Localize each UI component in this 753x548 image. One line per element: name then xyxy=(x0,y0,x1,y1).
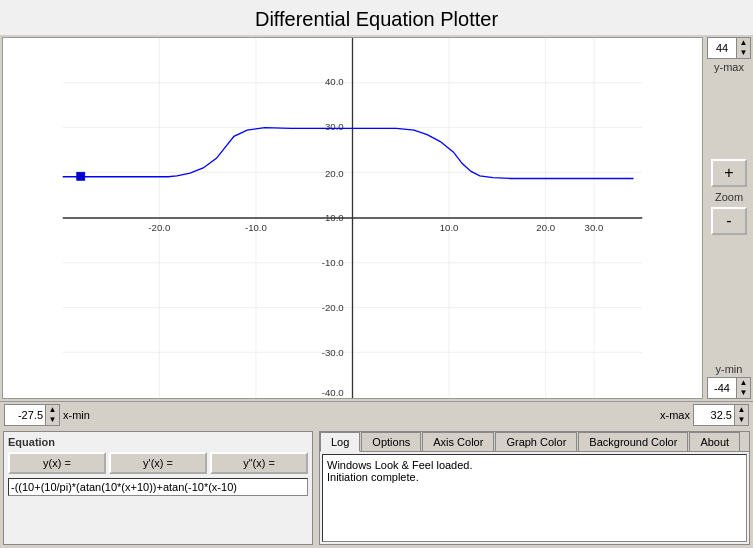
tab-axis-color[interactable]: Axis Color xyxy=(422,432,494,451)
svg-text:20.0: 20.0 xyxy=(536,222,555,233)
tab-bar: Log Options Axis Color Graph Color Backg… xyxy=(320,432,749,452)
x-max-increment[interactable]: ▲ xyxy=(734,405,748,415)
svg-text:20.0: 20.0 xyxy=(325,168,344,179)
x-min-area: ▲ ▼ x-min xyxy=(4,404,90,426)
x-min-decrement[interactable]: ▼ xyxy=(45,415,59,425)
svg-text:-10.0: -10.0 xyxy=(322,257,344,268)
x-max-decrement[interactable]: ▼ xyxy=(734,415,748,425)
yp-button[interactable]: y'(x) = xyxy=(109,452,207,474)
y-max-input[interactable] xyxy=(708,41,736,55)
svg-rect-29 xyxy=(77,172,85,180)
svg-text:40.0: 40.0 xyxy=(325,76,344,87)
x-max-label: x-max xyxy=(660,409,690,421)
svg-text:30.0: 30.0 xyxy=(585,222,604,233)
svg-text:-30.0: -30.0 xyxy=(322,347,344,358)
zoom-label: Zoom xyxy=(715,191,743,203)
y-button[interactable]: y(x) = xyxy=(8,452,106,474)
tab-about[interactable]: About xyxy=(689,432,740,451)
y-max-decrement[interactable]: ▼ xyxy=(736,48,750,58)
x-max-input[interactable] xyxy=(694,408,734,422)
svg-text:10.0: 10.0 xyxy=(325,213,344,224)
zoom-minus-button[interactable]: - xyxy=(711,207,747,235)
svg-text:10.0: 10.0 xyxy=(440,222,459,233)
y-min-increment[interactable]: ▲ xyxy=(736,378,750,388)
y-max-label: y-max xyxy=(714,61,744,73)
x-min-label: x-min xyxy=(63,409,90,421)
app-title: Differential Equation Plotter xyxy=(0,0,753,35)
y-max-increment[interactable]: ▲ xyxy=(736,38,750,48)
log-line-1: Windows Look & Feel loaded. xyxy=(327,459,742,471)
x-min-input[interactable] xyxy=(5,408,45,422)
equation-panel: Equation y(x) = y'(x) = y"(x) = xyxy=(3,431,313,545)
log-line-2: Initiation complete. xyxy=(327,471,742,483)
x-min-increment[interactable]: ▲ xyxy=(45,405,59,415)
tab-log[interactable]: Log xyxy=(320,432,360,452)
tab-background-color[interactable]: Background Color xyxy=(578,432,688,451)
tab-options[interactable]: Options xyxy=(361,432,421,451)
svg-text:-20.0: -20.0 xyxy=(322,302,344,313)
svg-text:30.0: 30.0 xyxy=(325,121,344,132)
equation-input[interactable] xyxy=(8,478,308,496)
x-max-area: x-max ▲ ▼ xyxy=(660,404,749,426)
y-max-spinner: ▲ ▼ y-max xyxy=(707,37,751,75)
y-min-decrement[interactable]: ▼ xyxy=(736,388,750,398)
ypp-button[interactable]: y"(x) = xyxy=(210,452,308,474)
svg-text:-10.0: -10.0 xyxy=(245,222,267,233)
svg-text:-40.0: -40.0 xyxy=(322,387,344,398)
equation-section-label: Equation xyxy=(8,436,308,448)
svg-text:-20.0: -20.0 xyxy=(148,222,170,233)
zoom-plus-button[interactable]: + xyxy=(711,159,747,187)
tab-graph-color[interactable]: Graph Color xyxy=(495,432,577,451)
tab-content: Windows Look & Feel loaded. Initiation c… xyxy=(322,454,747,542)
y-min-input[interactable] xyxy=(708,381,736,395)
tabs-panel: Log Options Axis Color Graph Color Backg… xyxy=(319,431,750,545)
y-min-label: y-min xyxy=(716,363,743,375)
y-min-spinner: y-min ▲ ▼ xyxy=(707,361,751,399)
